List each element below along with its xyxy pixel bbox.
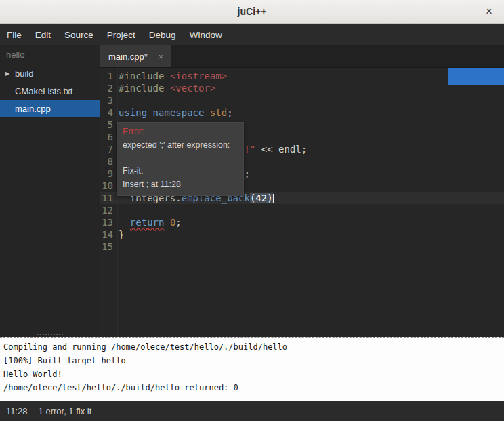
- code-line-1[interactable]: 1#include <iostream>: [100, 70, 504, 82]
- terminal-line: [100%] Built target hello: [3, 354, 501, 367]
- cursor-position: 11:28: [6, 406, 28, 416]
- terminal-output[interactable]: Compiling and running /home/olece/test/h…: [0, 337, 504, 401]
- code-text: [118, 204, 119, 216]
- line-number: 3: [100, 94, 118, 106]
- line-number: 4: [100, 106, 118, 119]
- line-number: 5: [100, 119, 118, 131]
- code-line-13[interactable]: 13 return 0;: [100, 216, 504, 228]
- terminal-line: Compiling and running /home/olece/test/h…: [3, 340, 501, 354]
- terminal-line: /home/olece/test/hello/./build/hello ret…: [3, 381, 501, 395]
- code-token: using: [119, 107, 147, 118]
- code-token: [164, 71, 169, 81]
- code-text: [118, 94, 119, 106]
- line-number: 9: [100, 167, 118, 180]
- code-token: namespace: [153, 107, 205, 118]
- line-number: 12: [100, 204, 118, 216]
- editor-pane: main.cpp* × 1#include <iostream>2#includ…: [100, 45, 504, 337]
- code-token: std: [210, 107, 227, 118]
- paned-grip-handle[interactable]: [37, 334, 63, 335]
- code-line-12[interactable]: 12: [100, 204, 504, 216]
- line-number: 2: [100, 82, 118, 94]
- code-line-3[interactable]: 3: [100, 94, 504, 106]
- tooltip-fixit-label: Fix-it:: [123, 165, 238, 178]
- code-editor[interactable]: 1#include <iostream>2#include <vector>34…: [100, 68, 504, 337]
- code-line-2[interactable]: 2#include <vector>: [100, 82, 504, 94]
- code-token: 42: [255, 193, 267, 203]
- tree-item-label: build: [15, 68, 33, 79]
- tree-item-build[interactable]: ▶build: [0, 64, 100, 82]
- tab-close-icon[interactable]: ×: [159, 52, 164, 62]
- expander-icon[interactable]: ▶: [5, 71, 15, 77]
- code-token: [147, 107, 152, 118]
- code-line-4[interactable]: 4using namespace std;: [100, 106, 504, 119]
- tooltip-error-label: Error:: [123, 125, 238, 139]
- code-token: [164, 217, 169, 228]
- tree-item-label: CMakeLists.txt: [15, 86, 72, 96]
- code-token: ;: [175, 217, 181, 228]
- terminal-line: Hello World!: [3, 367, 501, 381]
- code-token: [204, 107, 209, 118]
- code-text: #include <vector>: [118, 82, 215, 94]
- code-token: <iostream>: [170, 71, 227, 81]
- code-token: return: [130, 217, 165, 228]
- code-token: [164, 83, 169, 94]
- tree-item-label: main.cpp: [15, 104, 51, 114]
- line-number: 15: [100, 241, 118, 253]
- menu-item-window[interactable]: Window: [183, 24, 229, 45]
- code-line-15[interactable]: 15: [100, 241, 504, 253]
- code-token: }: [119, 229, 124, 240]
- code-token: #include: [119, 83, 164, 94]
- line-number: 6: [100, 131, 118, 143]
- scrollbar-thumb[interactable]: [448, 68, 504, 85]
- menu-item-source[interactable]: Source: [58, 24, 100, 45]
- line-number: 11: [100, 192, 118, 204]
- menubar: FileEditSourceProjectDebugWindow: [0, 24, 504, 45]
- code-text: }: [118, 228, 124, 241]
- file-tree: ▶buildCMakeLists.txtmain.cpp: [0, 64, 100, 117]
- code-token: #include: [119, 71, 164, 81]
- menu-item-project[interactable]: Project: [100, 24, 142, 45]
- titlebar: juCi++ ×: [0, 0, 504, 24]
- statusbar: 11:28 1 error, 1 fix it: [0, 401, 504, 421]
- line-number: 10: [100, 180, 118, 192]
- code-text: [118, 241, 119, 253]
- window-close-icon[interactable]: ×: [480, 0, 498, 23]
- diagnostics-status[interactable]: 1 error, 1 fix it: [39, 406, 92, 416]
- line-number: 7: [100, 143, 118, 155]
- code-text: return 0;: [118, 216, 182, 228]
- tab-bar: main.cpp* ×: [100, 45, 504, 68]
- project-name: hello: [0, 45, 100, 64]
- code-token: [119, 217, 130, 228]
- tree-item-main-cpp[interactable]: main.cpp: [0, 100, 100, 117]
- tooltip-error-message: expected ';' after expression:: [123, 139, 238, 153]
- line-number: 14: [100, 228, 118, 241]
- line-number: 1: [100, 70, 118, 82]
- menu-item-edit[interactable]: Edit: [28, 24, 58, 45]
- code-token: <vector>: [170, 83, 215, 94]
- code-token: ): [267, 193, 272, 203]
- code-text: #include <iostream>: [118, 70, 227, 82]
- menu-item-file[interactable]: File: [0, 24, 28, 45]
- tab-main-cpp[interactable]: main.cpp* ×: [100, 45, 171, 67]
- diagnostic-tooltip: Error: expected ';' after expression: Fi…: [117, 122, 244, 196]
- tab-label: main.cpp*: [108, 52, 148, 62]
- tree-item-cmakelists-txt[interactable]: CMakeLists.txt: [0, 82, 100, 100]
- line-number: 13: [100, 216, 118, 228]
- tooltip-fixit-message: Insert ; at 11:28: [123, 178, 238, 192]
- code-token: ;: [227, 107, 232, 118]
- menu-item-debug[interactable]: Debug: [142, 24, 183, 45]
- jucipp-window: juCi++ × FileEditSourceProjectDebugWindo…: [0, 0, 504, 421]
- sidebar: hello ▶buildCMakeLists.txtmain.cpp: [0, 45, 100, 337]
- code-token: << endl;: [255, 144, 307, 155]
- text-cursor: [273, 194, 274, 203]
- line-number: 8: [100, 155, 118, 167]
- window-title: juCi++: [0, 0, 504, 23]
- code-line-14[interactable]: 14}: [100, 228, 504, 241]
- code-text: using namespace std;: [118, 106, 233, 119]
